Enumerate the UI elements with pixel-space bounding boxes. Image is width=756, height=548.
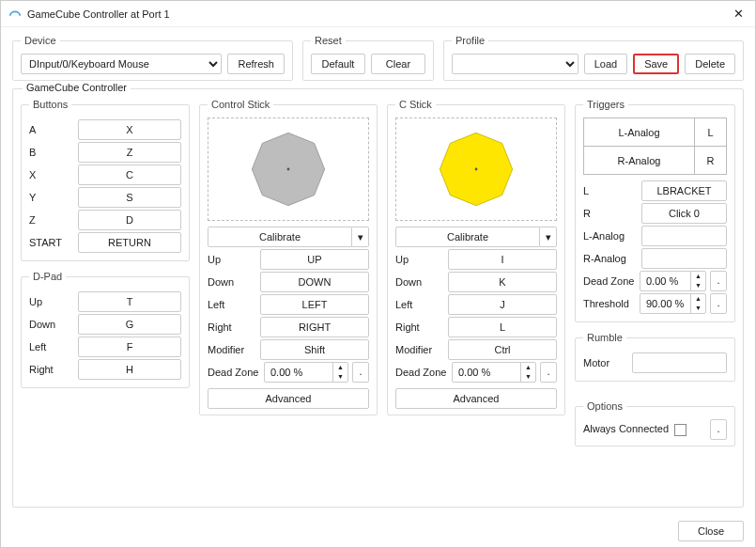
c-stick-group: C Stick Calibrate▾ UpIDownKLeftJRightLMo…	[387, 99, 565, 415]
map-button[interactable]: LBRACKET	[641, 180, 727, 201]
r-cell[interactable]: R	[695, 147, 727, 175]
refresh-button[interactable]: Refresh	[227, 54, 285, 74]
deadzone-spinner[interactable]: 0.00 %▲▼	[264, 362, 348, 383]
always-connected-checkbox[interactable]	[674, 424, 687, 436]
deadzone-more[interactable]: .	[540, 362, 557, 383]
profile-group: Profile Load Save Delete	[443, 35, 744, 81]
map-button[interactable]: F	[78, 337, 181, 357]
main-legend: GameCube Controller	[23, 82, 131, 93]
rumble-group: Rumble Motor	[575, 332, 735, 382]
map-button[interactable]: Z	[78, 142, 181, 163]
save-button[interactable]: Save	[633, 54, 679, 74]
map-button[interactable]: RETURN	[78, 232, 181, 253]
calibrate-dropdown[interactable]: ▾	[352, 227, 369, 247]
calibrate-dropdown[interactable]: ▾	[540, 227, 557, 247]
device-legend: Device	[21, 35, 60, 46]
map-button[interactable]: H	[78, 359, 181, 380]
map-button[interactable]: T	[78, 291, 181, 312]
advanced-button[interactable]: Advanced	[395, 388, 557, 409]
svg-point-1	[287, 168, 290, 171]
svg-point-3	[475, 168, 478, 171]
l-cell[interactable]: L	[695, 118, 727, 147]
reset-group: Reset Default Clear	[302, 35, 434, 81]
device-group: Device DInput/0/Keyboard Mouse Refresh	[12, 35, 293, 81]
map-button[interactable]: X	[78, 119, 181, 140]
window-title: GameCube Controller at Port 1	[27, 8, 729, 20]
clear-button[interactable]: Clear	[371, 54, 425, 74]
map-button[interactable]: Click 0	[641, 203, 727, 224]
map-button[interactable]: C	[78, 164, 181, 185]
r-analog-cell[interactable]: R-Analog	[584, 147, 695, 175]
map-button[interactable]	[641, 226, 727, 246]
map-button[interactable]: G	[78, 314, 181, 335]
load-button[interactable]: Load	[584, 54, 627, 74]
c-stick-visual	[395, 117, 557, 221]
map-button[interactable]: L	[448, 317, 557, 337]
profile-select[interactable]	[452, 54, 579, 74]
control-stick-visual	[208, 117, 369, 221]
calibrate-button[interactable]: Calibrate	[208, 227, 352, 247]
calibrate-button[interactable]: Calibrate	[395, 227, 540, 247]
map-button[interactable]: K	[448, 272, 557, 292]
deadzone-more[interactable]: .	[352, 362, 369, 383]
device-select[interactable]: DInput/0/Keyboard Mouse	[21, 54, 222, 74]
delete-button[interactable]: Delete	[685, 54, 735, 74]
l-analog-cell[interactable]: L-Analog	[584, 118, 695, 147]
options-group: Options Always Connected .	[575, 400, 735, 446]
default-button[interactable]: Default	[311, 54, 365, 74]
map-button[interactable]: S	[78, 187, 181, 208]
advanced-button[interactable]: Advanced	[208, 388, 369, 409]
reset-legend: Reset	[311, 35, 346, 46]
map-button[interactable]: LEFT	[260, 294, 369, 315]
profile-legend: Profile	[452, 35, 488, 46]
app-icon	[8, 8, 22, 21]
map-button[interactable]: DOWN	[260, 272, 369, 292]
map-button[interactable]: Shift	[260, 339, 369, 360]
map-button[interactable]	[641, 248, 727, 269]
map-button[interactable]: D	[78, 210, 181, 230]
close-button[interactable]: Close	[678, 521, 744, 541]
trigger-deadzone-spinner[interactable]: 0.00 %▲▼	[640, 271, 706, 291]
map-button[interactable]: RIGHT	[260, 317, 369, 337]
close-icon[interactable]: ✕	[729, 7, 748, 21]
motor-button[interactable]	[632, 352, 727, 373]
map-button[interactable]: Ctrl	[448, 339, 557, 360]
map-button[interactable]: J	[448, 294, 557, 315]
control-stick-group: Control Stick Calibrate▾ UpUPDownDOWNLef…	[199, 99, 378, 415]
options-more[interactable]: .	[710, 419, 727, 440]
map-button[interactable]: I	[448, 249, 557, 270]
map-button[interactable]: UP	[260, 249, 369, 270]
triggers-group: Triggers L-AnalogL R-AnalogR LLBRACKETRC…	[575, 99, 735, 322]
dpad-group: D-Pad UpTDownGLeftFRightH	[21, 271, 190, 388]
deadzone-spinner[interactable]: 0.00 %▲▼	[452, 362, 536, 383]
trigger-threshold-spinner[interactable]: 90.00 %▲▼	[640, 293, 706, 314]
buttons-group: Buttons AXBZXCYSZDSTARTRETURN	[21, 99, 190, 261]
